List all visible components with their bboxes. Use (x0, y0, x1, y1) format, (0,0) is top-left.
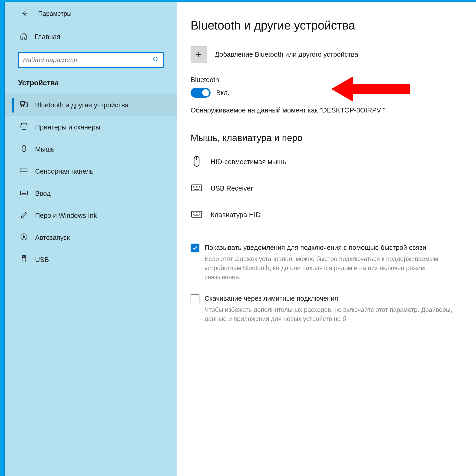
keyboard-icon (191, 208, 203, 221)
sidebar-item-touchpad[interactable]: Сенсорная панель (5, 160, 177, 183)
sidebar-item-label: Перо и Windows Ink (35, 212, 97, 220)
keyboard-icon (191, 182, 203, 195)
bluetooth-heading: Bluetooth (191, 76, 462, 84)
add-device-row[interactable]: + Добавление Bluetooth или другого устро… (191, 46, 462, 63)
svg-rect-6 (22, 127, 26, 130)
sidebar-item-label: Мышь (35, 146, 54, 153)
touchpad-icon (20, 166, 28, 176)
svg-rect-4 (22, 123, 27, 125)
svg-rect-12 (22, 257, 26, 262)
sidebar-item-typing[interactable]: Ввод (5, 183, 177, 204)
usb-icon (20, 255, 28, 265)
sidebar-item-printers[interactable]: Принтеры и сканеры (5, 116, 177, 138)
settings-window: Параметры Главная Устройства Bluetoot (5, 2, 476, 476)
swift-pair-label: Показывать уведомления для подключения с… (204, 243, 453, 252)
pen-icon (20, 211, 28, 221)
sidebar-item-bluetooth[interactable]: Bluetooth и другие устройства (5, 94, 177, 116)
device-label: HID-совместимая мышь (211, 158, 286, 166)
discoverable-text: Обнаруживаемое на данный момент как "DES… (191, 106, 462, 114)
search-input[interactable] (23, 56, 153, 64)
sidebar-item-label: Принтеры и сканеры (35, 123, 101, 131)
page-title: Bluetooth и другие устройства (191, 18, 462, 32)
mouse-icon (20, 144, 28, 154)
back-button[interactable] (21, 9, 29, 18)
svg-rect-1 (20, 102, 25, 105)
sidebar-item-label: USB (35, 256, 49, 264)
sidebar-item-label: Сенсорная панель (35, 168, 93, 175)
main-content: Bluetooth и другие устройства + Добавлен… (177, 2, 476, 476)
sidebar-item-pen[interactable]: Перо и Windows Ink (5, 204, 177, 227)
sidebar-item-autoplay[interactable]: Автозапуск (5, 227, 177, 249)
sidebar-item-label: Bluetooth и другие устройства (35, 101, 129, 109)
printer-icon (20, 122, 28, 132)
search-icon (153, 56, 159, 64)
home-button[interactable]: Главная (5, 27, 177, 46)
device-item[interactable]: Клавиатура HID (191, 204, 462, 231)
bluetooth-toggle-row: Вкл. (191, 88, 462, 98)
svg-rect-9 (20, 191, 27, 195)
sidebar: Параметры Главная Устройства Bluetoot (5, 2, 177, 476)
sidebar-item-label: Ввод (35, 190, 51, 197)
sidebar-header: Параметры (5, 9, 177, 27)
device-label: Клавиатура HID (211, 211, 261, 219)
metered-block: Скачивание через лимитные подключения Чт… (191, 294, 462, 323)
swift-pair-checkbox[interactable] (191, 244, 199, 252)
device-item[interactable]: USB Receiver (191, 178, 462, 204)
bluetooth-toggle-label: Вкл. (216, 89, 229, 97)
svg-rect-2 (25, 103, 28, 107)
devices-heading: Мышь, клавиатура и перо (191, 133, 462, 143)
search-box[interactable] (18, 52, 164, 68)
sidebar-item-label: Автозапуск (35, 234, 70, 241)
plus-icon: + (196, 49, 202, 60)
metered-desc: Чтобы избежать дополнительных расходов, … (204, 306, 453, 323)
window-title: Параметры (38, 10, 72, 17)
search-wrap (5, 46, 177, 74)
devices-icon (20, 100, 28, 110)
category-heading: Устройства (5, 74, 177, 94)
home-label: Главная (35, 33, 60, 41)
autoplay-icon (20, 233, 28, 243)
home-icon (20, 32, 28, 42)
metered-label: Скачивание через лимитные подключения (204, 294, 453, 303)
metered-row: Скачивание через лимитные подключения Чт… (191, 294, 453, 323)
metered-checkbox[interactable] (191, 294, 199, 303)
swift-pair-block: Показывать уведомления для подключения с… (191, 243, 462, 282)
nav-list: Bluetooth и другие устройства Принтеры и… (5, 94, 177, 271)
swift-pair-desc: Если этот флажок установлен, можно быстр… (204, 255, 453, 282)
add-device-label: Добавление Bluetooth или другого устройс… (215, 51, 358, 58)
mouse-icon (191, 155, 203, 168)
device-item[interactable]: HID-совместимая мышь (191, 152, 462, 178)
swift-pair-row: Показывать уведомления для подключения с… (191, 243, 453, 282)
svg-point-0 (154, 57, 157, 61)
bluetooth-toggle[interactable] (191, 88, 211, 98)
svg-rect-3 (22, 105, 24, 107)
sidebar-item-mouse[interactable]: Мышь (5, 138, 177, 160)
sidebar-item-usb[interactable]: USB (5, 249, 177, 271)
add-device-button[interactable]: + (191, 46, 207, 63)
svg-rect-11 (23, 255, 25, 257)
device-label: USB Receiver (211, 185, 253, 192)
keyboard-icon (20, 188, 28, 199)
